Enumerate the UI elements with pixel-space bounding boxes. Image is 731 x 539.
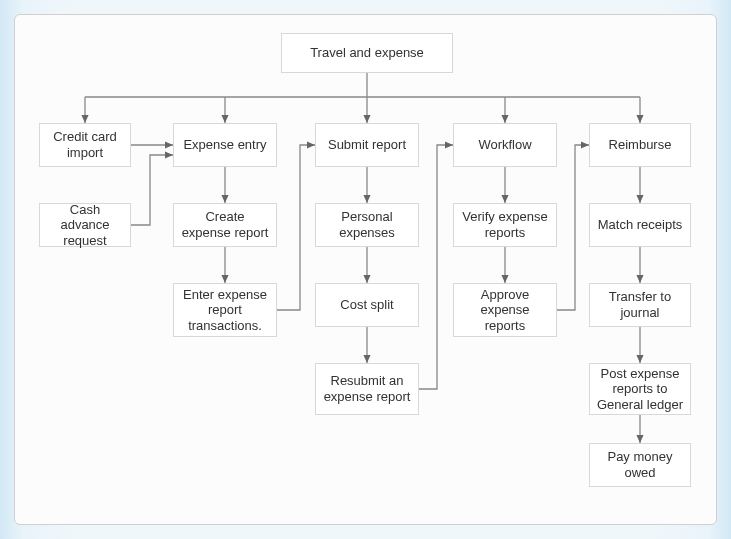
node-reimburse: Reimburse	[589, 123, 691, 167]
diagram-panel: Travel and expense Credit card import Ca…	[14, 14, 717, 525]
node-create-expense-report: Create expense report	[173, 203, 277, 247]
node-workflow: Workflow	[453, 123, 557, 167]
node-submit-report: Submit report	[315, 123, 419, 167]
node-cash-advance-request: Cash advance request	[39, 203, 131, 247]
node-verify-expense-reports: Verify expense reports	[453, 203, 557, 247]
node-cost-split: Cost split	[315, 283, 419, 327]
node-pay-money-owed: Pay money owed	[589, 443, 691, 487]
node-resubmit-expense-report: Resubmit an expense report	[315, 363, 419, 415]
node-title: Travel and expense	[281, 33, 453, 73]
node-transfer-to-journal: Transfer to journal	[589, 283, 691, 327]
node-credit-card-import: Credit card import	[39, 123, 131, 167]
node-expense-entry: Expense entry	[173, 123, 277, 167]
node-approve-expense-reports: Approve expense reports	[453, 283, 557, 337]
node-post-to-general-ledger: Post expense reports to General ledger	[589, 363, 691, 415]
node-enter-expense-report-transactions: Enter expense report transactions.	[173, 283, 277, 337]
node-match-receipts: Match receipts	[589, 203, 691, 247]
node-personal-expenses: Personal expenses	[315, 203, 419, 247]
